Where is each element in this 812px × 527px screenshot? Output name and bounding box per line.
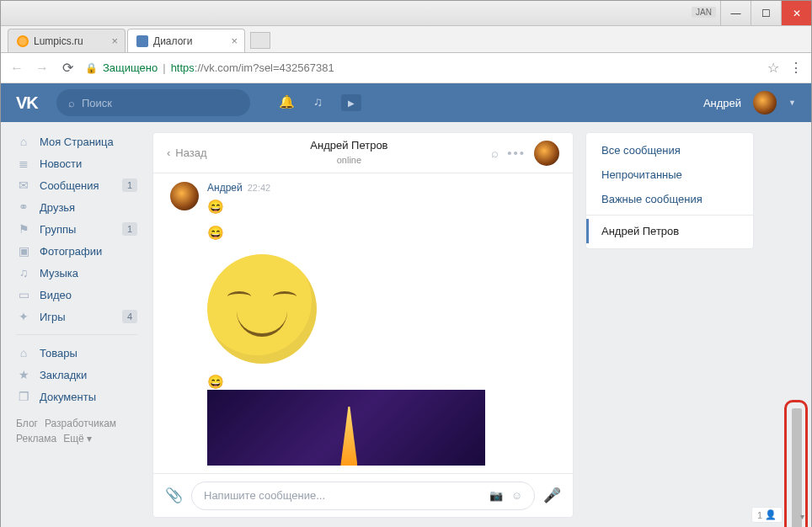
message-row: Андрей22:42 😄 😄	[170, 182, 556, 241]
chat-header: ‹Назад Андрей Петров online ⌕ •••	[153, 133, 573, 173]
doc-icon: ❐	[16, 390, 31, 403]
composer: 📎 Напишите сообщение... 📷 ☺ 🎤	[153, 473, 573, 517]
groups-icon: ⚑	[16, 222, 31, 236]
nav-groups[interactable]: ⚑Группы1	[16, 218, 152, 240]
lock-icon: 🔒	[85, 62, 98, 74]
back-button[interactable]: ‹Назад	[167, 146, 207, 159]
url-input[interactable]: 🔒 Защищено | https://vk.com/im?sel=43256…	[85, 61, 757, 74]
nav-photos[interactable]: ▣Фотографии	[16, 240, 152, 262]
tab-dialogs[interactable]: Диалоги ×	[127, 29, 245, 52]
chat-title[interactable]: Андрей Петров online	[216, 139, 483, 167]
vk-header: VK ⌕ Поиск 🔔 ♫ ▶ Андрей ▼	[1, 83, 811, 122]
footer-links: БлогРазработчикам РекламаЕщё ▾	[16, 416, 152, 446]
message-input[interactable]: Напишите сообщение... 📷 ☺	[191, 482, 535, 510]
search-placeholder: Поиск	[82, 97, 112, 109]
nav-bookmarks[interactable]: ★Закладки	[16, 364, 152, 386]
nav-my-page[interactable]: ⌂Моя Страница	[16, 130, 152, 152]
home-icon: ⌂	[16, 135, 31, 148]
address-bar: ← → ⟳ 🔒 Защищено | https://vk.com/im?sel…	[1, 53, 811, 83]
online-count-badge[interactable]: 1👤	[751, 507, 783, 523]
emoji-icon: 😄	[207, 374, 556, 390]
feed-icon: ≣	[16, 157, 31, 170]
attach-icon[interactable]: 📎	[165, 487, 183, 504]
favicon-icon	[136, 35, 148, 47]
nav-music[interactable]: ♫Музыка	[16, 262, 152, 284]
filter-active-peer[interactable]: Андрей Петров	[586, 219, 753, 243]
messages-area[interactable]: Андрей22:42 😄 😄 😄	[153, 173, 573, 473]
badge: 1	[122, 222, 137, 236]
game-icon: ✦	[16, 310, 31, 323]
note-icon: ♫	[16, 266, 31, 279]
right-panel: Все сообщения Непрочитанные Важные сообщ…	[585, 132, 754, 518]
new-tab-button[interactable]	[250, 32, 270, 49]
search-chat-icon[interactable]: ⌕	[491, 146, 499, 160]
tab-close-icon[interactable]: ×	[111, 35, 118, 47]
search-icon: ⌕	[68, 97, 75, 109]
header-username[interactable]: Андрей	[703, 97, 741, 109]
smile-icon[interactable]: ☺	[511, 489, 522, 502]
notifications-icon[interactable]: 🔔	[279, 94, 295, 111]
jan-badge: JAN	[692, 7, 716, 18]
chevron-left-icon: ‹	[167, 146, 170, 159]
browser-menu-icon[interactable]: ⋮	[789, 60, 803, 76]
nav-back-button[interactable]: ←	[9, 61, 24, 76]
play-icon[interactable]: ▶	[341, 94, 361, 111]
window-minimize-button[interactable]: —	[720, 1, 751, 25]
emoji-icon: 😄	[207, 225, 270, 241]
secure-label: Защищено	[103, 61, 158, 74]
filter-all[interactable]: Все сообщения	[586, 138, 753, 162]
chevron-down-icon[interactable]: ▾	[800, 512, 804, 521]
footer-more[interactable]: Ещё ▾	[63, 433, 92, 444]
camera-icon[interactable]: 📷	[489, 489, 503, 502]
badge: 1	[122, 178, 137, 192]
nav-games[interactable]: ✦Игры4	[16, 306, 152, 327]
nav-messages[interactable]: ✉Сообщения1	[16, 174, 152, 196]
filter-unread[interactable]: Непрочитанные	[586, 162, 753, 187]
photo-icon: ▣	[16, 244, 31, 258]
message-time: 22:42	[248, 183, 271, 193]
sticker-image[interactable]	[207, 254, 317, 364]
more-icon[interactable]: •••	[507, 146, 526, 160]
browser-tabstrip: Lumpics.ru × Диалоги ×	[1, 26, 811, 53]
message-icon: ✉	[16, 178, 31, 192]
avatar[interactable]	[170, 182, 199, 210]
tab-close-icon[interactable]: ×	[231, 35, 238, 47]
nav-friends[interactable]: ⚭Друзья	[16, 196, 152, 218]
tab-lumpics[interactable]: Lumpics.ru ×	[8, 29, 126, 52]
chat-panel: ‹Назад Андрей Петров online ⌕ ••• Андрей…	[152, 132, 574, 518]
chevron-down-icon[interactable]: ▼	[788, 98, 796, 107]
nav-market[interactable]: ⌂Товары	[16, 342, 152, 364]
nav-reload-button[interactable]: ⟳	[60, 61, 75, 76]
filter-important[interactable]: Важные сообщения	[586, 187, 753, 211]
footer-ads[interactable]: Реклама	[16, 433, 56, 444]
window-close-button[interactable]: ✕	[781, 1, 811, 25]
person-icon: 👤	[765, 509, 777, 520]
message-sender[interactable]: Андрей	[207, 182, 243, 194]
nav-news[interactable]: ≣Новости	[16, 152, 152, 174]
vk-logo-icon[interactable]: VK	[16, 93, 45, 113]
search-input[interactable]: ⌕ Поиск	[56, 89, 250, 116]
tab-label: Lumpics.ru	[34, 35, 83, 47]
avatar[interactable]	[753, 91, 777, 114]
star-icon: ★	[16, 368, 31, 381]
tab-label: Диалоги	[153, 35, 192, 47]
market-icon: ⌂	[16, 346, 31, 359]
friends-icon: ⚭	[16, 200, 31, 214]
bookmark-star-icon[interactable]: ☆	[767, 60, 779, 76]
highlight-annotation	[784, 400, 808, 527]
favicon-icon	[17, 35, 29, 47]
footer-blog[interactable]: Блог	[16, 418, 38, 429]
avatar[interactable]	[534, 141, 559, 166]
nav-docs[interactable]: ❐Документы	[16, 386, 152, 407]
window-maximize-button[interactable]: ☐	[751, 1, 781, 25]
emoji-icon: 😄	[207, 199, 270, 215]
footer-dev[interactable]: Разработчикам	[45, 418, 116, 429]
nav-video[interactable]: ▭Видео	[16, 284, 152, 306]
badge: 4	[122, 310, 137, 323]
music-icon[interactable]: ♫	[313, 94, 323, 111]
nav-forward-button[interactable]: →	[35, 61, 50, 76]
window-titlebar: JAN — ☐ ✕	[1, 1, 811, 26]
gif-attachment[interactable]	[207, 390, 485, 466]
voice-icon[interactable]: 🎤	[543, 487, 561, 504]
video-icon: ▭	[16, 288, 31, 301]
